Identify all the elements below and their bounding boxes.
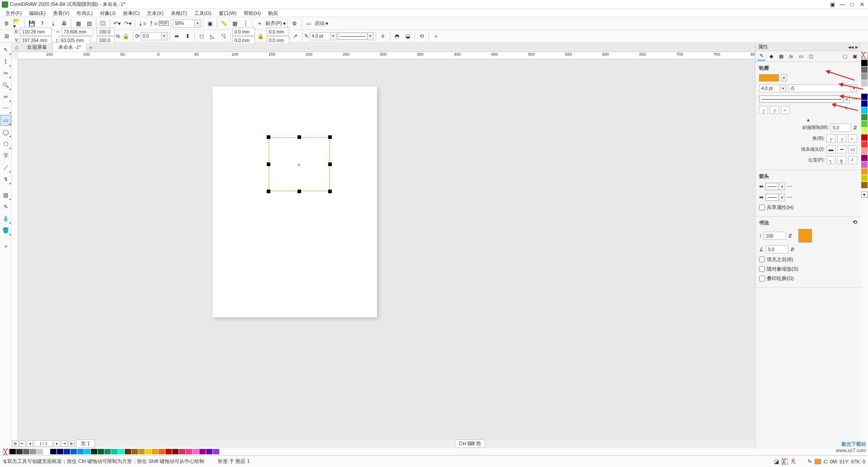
dropshadow-tool[interactable]: ▨: [0, 190, 11, 200]
colorbar-swatch[interactable]: [861, 73, 868, 80]
palette-swatch[interactable]: [145, 449, 151, 454]
page-add-button[interactable]: ⊕: [12, 440, 19, 447]
colorbar-swatch[interactable]: [861, 182, 868, 188]
ruler-horizontal[interactable]: 2001501005005010015020025030035040045050…: [18, 52, 755, 59]
arrow-start-style[interactable]: [765, 183, 779, 190]
grid-button[interactable]: ▦: [230, 19, 240, 29]
corner-style-bevel[interactable]: ⌐: [781, 106, 790, 114]
artistic-tool[interactable]: 〰: [0, 103, 11, 114]
handle-bm[interactable]: [297, 190, 301, 193]
menu-view[interactable]: 查看(V): [49, 9, 73, 17]
pos-center[interactable]: ╗: [837, 156, 846, 164]
palette-swatch[interactable]: [30, 449, 36, 454]
fill-indicator-icon[interactable]: ◪: [774, 459, 779, 464]
eyedropper-tool[interactable]: 💧: [0, 213, 11, 224]
corner-opt3[interactable]: ⌐: [848, 134, 857, 143]
palette-swatch[interactable]: [172, 449, 179, 454]
palette-swatch[interactable]: [111, 449, 118, 454]
outline-unit-dd[interactable]: ▾: [851, 84, 857, 92]
palette-swatch[interactable]: [186, 449, 192, 454]
palette-swatch[interactable]: [199, 449, 206, 454]
canvas[interactable]: ×: [18, 59, 755, 440]
options-button[interactable]: ⚙: [290, 19, 300, 29]
colorbar-swatch[interactable]: [861, 100, 868, 107]
colorbar-swatch[interactable]: [861, 107, 868, 114]
x-input[interactable]: [20, 28, 52, 36]
colorbar-swatch[interactable]: [861, 80, 868, 86]
maximize-button[interactable]: □: [848, 1, 856, 8]
tab-fx-icon[interactable]: fx: [787, 52, 795, 61]
tab-mode1-icon[interactable]: ▢: [841, 52, 849, 61]
palette-swatch[interactable]: [213, 449, 219, 454]
handle-bl[interactable]: [267, 190, 270, 193]
home-tab[interactable]: ⌂: [12, 43, 22, 52]
colorbar-swatch[interactable]: [861, 162, 868, 168]
pick-tool[interactable]: ↖: [0, 44, 11, 55]
zoom-tool[interactable]: 🔍: [0, 80, 11, 91]
launch-dropdown[interactable]: ▾: [326, 21, 328, 26]
menu-edit[interactable]: 编辑(E): [25, 9, 49, 17]
tab-outline-icon[interactable]: ✎: [757, 52, 765, 61]
colorbar-swatch[interactable]: [861, 148, 868, 154]
guides-button[interactable]: ┆: [241, 19, 250, 29]
palette-swatch[interactable]: [23, 449, 29, 454]
share-attr-checkbox[interactable]: [759, 205, 765, 210]
palette-swatch[interactable]: [43, 449, 50, 454]
menu-layout[interactable]: 布局(L): [73, 9, 96, 17]
lock-ratio-button[interactable]: 🔒: [121, 31, 131, 41]
outline-indicator-icon[interactable]: ✎: [807, 459, 812, 464]
origin-icon[interactable]: ⊞: [2, 31, 12, 41]
cradius-tr[interactable]: [267, 28, 289, 36]
palette-swatch[interactable]: [57, 449, 63, 454]
new-button[interactable]: 🗎: [2, 19, 12, 29]
palette-swatch[interactable]: [206, 449, 212, 454]
launch-icon[interactable]: ▭: [304, 19, 314, 29]
launch-label[interactable]: 启动: [315, 20, 325, 27]
save-button[interactable]: 💾: [27, 19, 37, 29]
menu-buy[interactable]: 购买: [264, 9, 282, 17]
ruler-vertical[interactable]: [12, 59, 18, 440]
add-tab-button[interactable]: ＋: [87, 43, 95, 52]
relative-corner-button[interactable]: ↗: [290, 31, 300, 41]
undo-button[interactable]: ↶▾: [112, 19, 122, 29]
colorbar-more[interactable]: ▾: [861, 191, 868, 198]
colorbar-swatch[interactable]: [861, 134, 868, 141]
import-button[interactable]: ⭳▢: [137, 19, 147, 29]
palette-swatch[interactable]: [159, 449, 165, 454]
arrow-end-dd[interactable]: ▾: [779, 193, 785, 201]
crop-tool[interactable]: ✂: [0, 68, 11, 79]
rectangle-tool[interactable]: ▭: [0, 115, 11, 126]
colorbar-swatch[interactable]: [861, 121, 868, 127]
palette-swatch[interactable]: [91, 449, 97, 454]
outline-width-dd[interactable]: ▾: [780, 84, 786, 92]
arrow-end-style[interactable]: [765, 194, 779, 201]
fullscreen-button[interactable]: ▣: [205, 19, 215, 29]
text-tool[interactable]: 字: [0, 150, 11, 161]
palette-swatch[interactable]: [104, 449, 111, 454]
snap-dropdown[interactable]: ▾: [283, 21, 286, 26]
palette-swatch[interactable]: [165, 449, 172, 454]
palette-swatch[interactable]: [98, 449, 104, 454]
palette-swatch[interactable]: [193, 449, 199, 454]
menu-tools[interactable]: 工具(O): [191, 9, 215, 17]
corner-lock-button[interactable]: 🔒: [256, 31, 266, 41]
fill-none-indicator[interactable]: ╳: [782, 459, 788, 464]
corner-opt1[interactable]: ┌: [826, 134, 835, 143]
layout2-button[interactable]: ▤: [84, 19, 94, 29]
tab-para-icon[interactable]: ◫: [807, 52, 815, 61]
palette-swatch[interactable]: [50, 449, 57, 454]
docker-menu-button[interactable]: ▸: [855, 44, 858, 50]
menu-help[interactable]: 帮助(H): [240, 9, 264, 17]
cap-round[interactable]: ━: [837, 145, 846, 153]
pdf-button[interactable]: PDF: [159, 19, 169, 29]
page-next-button[interactable]: ▸: [54, 440, 60, 447]
menu-effect[interactable]: 效果(C): [119, 9, 143, 17]
menu-file[interactable]: 文件(F): [2, 9, 25, 17]
palette-swatch[interactable]: [132, 449, 138, 454]
page-first-button[interactable]: ⇤: [19, 440, 26, 447]
angle-input[interactable]: [766, 245, 788, 253]
palette-swatch[interactable]: [64, 449, 70, 454]
overprint-row[interactable]: 叠印轮廓(O): [759, 275, 857, 282]
palette-swatch[interactable]: [71, 449, 77, 454]
callig-reset-icon[interactable]: ⟲: [853, 219, 857, 226]
